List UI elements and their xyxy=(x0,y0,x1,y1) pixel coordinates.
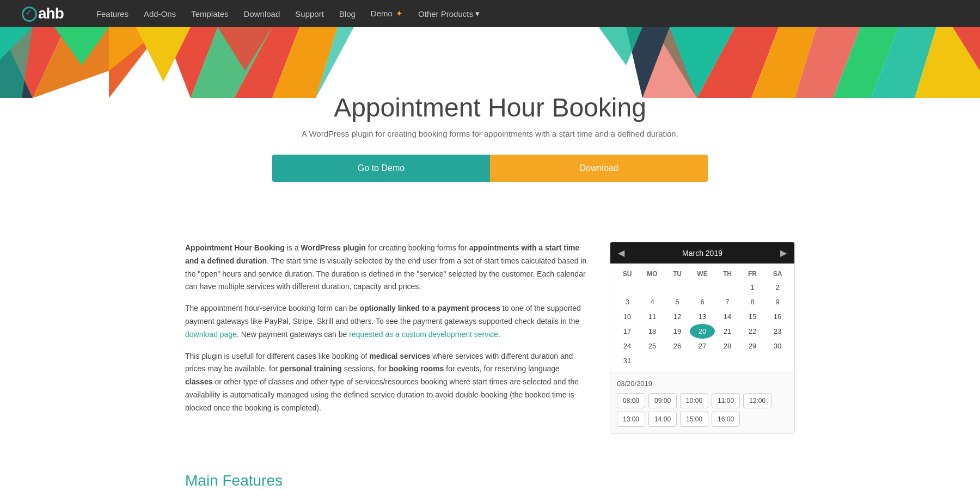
features-section: Main Features ✔ Easy visual configuratio… xyxy=(163,461,817,490)
calendar-day[interactable]: 21 xyxy=(715,324,740,339)
calendar-day xyxy=(665,353,690,368)
calendar-day xyxy=(615,280,640,295)
weekday-fr: FR xyxy=(740,270,765,278)
content-grid: Appointment Hour Booking is a WordPress … xyxy=(185,242,795,434)
calendar-day[interactable]: 10 xyxy=(615,309,640,324)
calendar-day[interactable]: 16 xyxy=(765,309,790,324)
weekday-th: TH xyxy=(715,270,740,278)
calendar-day[interactable]: 31 xyxy=(615,353,640,368)
time-slot-button[interactable]: 08:00 xyxy=(617,393,645,408)
calendar-day[interactable]: 1 xyxy=(740,280,765,295)
download-button[interactable]: Download xyxy=(490,155,708,182)
selected-date-label: 03/20/2019 xyxy=(617,379,788,388)
calendar-day xyxy=(665,280,690,295)
calendar-grid: SU MO TU WE TH FR SA 1234567891011121314… xyxy=(610,264,794,372)
chevron-down-icon: ▾ xyxy=(475,9,480,19)
calendar-month-label: March 2019 xyxy=(682,249,722,258)
calendar-day xyxy=(640,280,665,295)
calendar-day[interactable]: 4 xyxy=(640,295,665,309)
use-cases-paragraph: This plugin is usefull for different cas… xyxy=(185,350,588,415)
hero-banner: Appointment Hour Booking A WordPress plu… xyxy=(0,27,980,225)
time-slot-button[interactable]: 12:00 xyxy=(743,393,771,408)
calendar-day[interactable]: 28 xyxy=(715,339,740,353)
calendar-day[interactable]: 2 xyxy=(765,280,790,295)
time-slot-button[interactable]: 14:00 xyxy=(648,412,677,427)
time-slot-button[interactable]: 15:00 xyxy=(680,412,708,427)
calendar-day[interactable]: 26 xyxy=(665,339,690,353)
calendar-day xyxy=(690,280,715,295)
calendar-day[interactable]: 6 xyxy=(690,295,715,309)
calendar-next-button[interactable]: ▶ xyxy=(780,248,787,258)
nav-templates[interactable]: Templates xyxy=(191,9,228,19)
time-slot-button[interactable]: 13:00 xyxy=(617,412,645,427)
calendar-day[interactable]: 30 xyxy=(765,339,790,353)
calendar-day[interactable]: 13 xyxy=(690,309,715,324)
nav-addons[interactable]: Add-Ons xyxy=(144,9,176,19)
calendar-day xyxy=(715,280,740,295)
navbar: ahb Features Add-Ons Templates Download … xyxy=(0,0,980,27)
calendar-day[interactable]: 27 xyxy=(690,339,715,353)
calendar-header: ◀ March 2019 ▶ xyxy=(610,242,794,264)
calendar-day[interactable]: 19 xyxy=(665,324,690,339)
calendar-day[interactable]: 9 xyxy=(765,295,790,309)
weekday-tu: TU xyxy=(665,270,690,278)
main-content: Appointment Hour Booking is a WordPress … xyxy=(163,225,817,450)
nav-blog[interactable]: Blog xyxy=(339,9,356,19)
intro-paragraph: Appointment Hour Booking is a WordPress … xyxy=(185,242,588,293)
calendar-day[interactable]: 24 xyxy=(615,339,640,353)
calendar-day[interactable]: 8 xyxy=(740,295,765,309)
time-slot-button[interactable]: 09:00 xyxy=(648,393,677,408)
calendar-prev-button[interactable]: ◀ xyxy=(618,248,624,258)
nav-support[interactable]: Support xyxy=(295,9,324,19)
demo-button[interactable]: Go to Demo xyxy=(272,155,490,182)
calendar-day[interactable]: 3 xyxy=(615,295,640,309)
calendar-days: 1234567891011121314151617181920212223242… xyxy=(615,280,790,368)
calendar-day xyxy=(740,353,765,368)
calendar-weekdays: SU MO TU WE TH FR SA xyxy=(615,268,790,280)
calendar-day xyxy=(715,353,740,368)
nav-other-products[interactable]: Other Products ▾ xyxy=(418,9,480,19)
nav-features[interactable]: Features xyxy=(96,9,128,19)
custom-dev-link[interactable]: requested as a custom development servic… xyxy=(349,330,500,339)
hero-content: Appointment Hour Booking A WordPress plu… xyxy=(0,93,980,182)
demo-star-icon: ✦ xyxy=(396,9,403,18)
calendar-widget: ◀ March 2019 ▶ SU MO TU WE TH FR SA 1234… xyxy=(610,242,795,434)
weekday-sa: SA xyxy=(765,270,790,278)
logo[interactable]: ahb xyxy=(22,5,64,22)
features-title: Main Features xyxy=(185,472,795,489)
calendar-day[interactable]: 11 xyxy=(640,309,665,324)
time-slots: 08:0009:0010:0011:0012:0013:0014:0015:00… xyxy=(617,393,788,427)
hero-buttons: Go to Demo Download xyxy=(272,155,708,182)
calendar-day[interactable]: 22 xyxy=(740,324,765,339)
calendar-day[interactable]: 29 xyxy=(740,339,765,353)
download-page-link[interactable]: download page xyxy=(185,330,237,339)
calendar-day[interactable]: 15 xyxy=(740,309,765,324)
nav-download[interactable]: Download xyxy=(244,9,280,19)
weekday-mo: MO xyxy=(640,270,665,278)
calendar-day[interactable]: 5 xyxy=(665,295,690,309)
calendar-day[interactable]: 7 xyxy=(715,295,740,309)
logo-text: ahb xyxy=(38,5,64,22)
calendar-day[interactable]: 20 xyxy=(690,324,715,339)
calendar-day[interactable]: 25 xyxy=(640,339,665,353)
calendar-day[interactable]: 14 xyxy=(715,309,740,324)
hero-subtitle: A WordPress plugin for creating booking … xyxy=(0,129,980,138)
hero-title: Appointment Hour Booking xyxy=(0,93,980,122)
nav-demo[interactable]: Demo ✦ xyxy=(371,9,403,18)
calendar-day[interactable]: 12 xyxy=(665,309,690,324)
weekday-we: WE xyxy=(690,270,715,278)
time-slot-button[interactable]: 16:00 xyxy=(712,412,740,427)
nav-links: Features Add-Ons Templates Download Supp… xyxy=(96,9,480,19)
logo-icon xyxy=(22,7,37,22)
calendar-day[interactable]: 23 xyxy=(765,324,790,339)
calendar-day xyxy=(640,353,665,368)
weekday-su: SU xyxy=(615,270,640,278)
time-slots-section: 03/20/2019 08:0009:0010:0011:0012:0013:0… xyxy=(610,372,794,433)
payment-paragraph: The appointment hour-service booking for… xyxy=(185,302,588,341)
calendar-day[interactable]: 18 xyxy=(640,324,665,339)
time-slot-button[interactable]: 10:00 xyxy=(680,393,708,408)
calendar-day[interactable]: 17 xyxy=(615,324,640,339)
content-text: Appointment Hour Booking is a WordPress … xyxy=(185,242,588,424)
time-slot-button[interactable]: 11:00 xyxy=(712,393,740,408)
calendar-day xyxy=(690,353,715,368)
